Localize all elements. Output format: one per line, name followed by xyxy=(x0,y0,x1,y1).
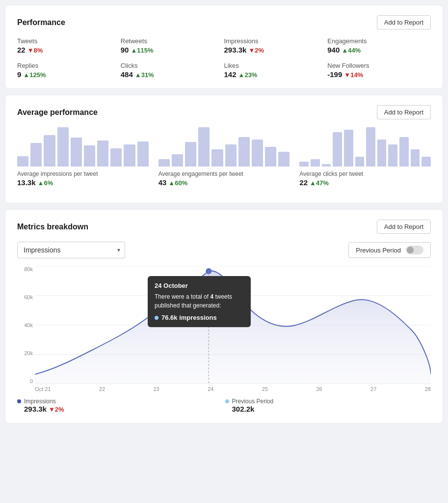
x-axis-label: 22 xyxy=(99,386,105,392)
x-axis-label: 26 xyxy=(316,386,322,392)
metric-change: ▼2% xyxy=(248,47,264,54)
performance-card: Performance Add to Report Tweets 22▼8% R… xyxy=(5,5,443,89)
x-axis-label: Oct 21 xyxy=(35,386,51,392)
performance-add-report-button[interactable]: Add to Report xyxy=(377,15,431,29)
x-axis-label: 28 xyxy=(425,386,431,392)
metrics-breakdown-card: Metrics breakdown Add to Report Impressi… xyxy=(5,209,443,423)
bar xyxy=(124,144,135,167)
bar xyxy=(333,132,342,167)
legend-label: Impressions xyxy=(24,398,56,405)
bar xyxy=(252,140,263,167)
metric-item: Likes 142▲23% xyxy=(224,62,328,79)
bar xyxy=(366,127,375,167)
bar-chart xyxy=(158,127,290,167)
y-axis-label: 20k xyxy=(19,350,33,356)
performance-metrics-grid: Tweets 22▼8% Retweets 90▲115% Impression… xyxy=(17,37,431,79)
metric-change: ▼8% xyxy=(27,47,43,54)
x-axis-label: 27 xyxy=(370,386,376,392)
metric-item: Engagements 940▲44% xyxy=(327,37,431,54)
x-axis-label: 25 xyxy=(262,386,268,392)
metrics-breakdown-header: Metrics breakdown Add to Report xyxy=(17,220,431,234)
metric-change: ▲23% xyxy=(238,71,258,79)
performance-header: Performance Add to Report xyxy=(17,15,431,29)
metric-change: ▲31% xyxy=(135,71,154,79)
bar xyxy=(17,156,28,167)
metric-value: 142▲23% xyxy=(224,70,328,79)
metric-label: Engagements xyxy=(327,37,431,45)
bar xyxy=(388,144,397,167)
bar xyxy=(57,127,69,167)
metric-item: Impressions 293.3k▼2% xyxy=(224,37,328,54)
metric-select[interactable]: ImpressionsEngagementsClicksLikesRetweet… xyxy=(17,242,125,258)
bar xyxy=(71,138,82,167)
chart-stat: 43▲60% xyxy=(158,178,290,187)
y-axis-label: 60k xyxy=(19,294,33,300)
bar xyxy=(377,140,387,167)
metric-value: 484▲31% xyxy=(121,70,224,79)
bar xyxy=(422,157,431,167)
bar xyxy=(411,149,420,167)
legend-change: ▼2% xyxy=(49,406,64,413)
metric-change: ▲115% xyxy=(131,47,153,54)
metric-label: Likes xyxy=(224,62,328,69)
chart-legend: Impressions 293.3k▼2% Previous Period 30… xyxy=(17,398,431,413)
bar xyxy=(299,162,309,167)
chart-label: Average clicks per tweet xyxy=(299,170,431,177)
metric-change: ▲125% xyxy=(23,71,46,79)
bar xyxy=(355,157,365,167)
metric-change: ▼14% xyxy=(344,71,363,79)
previous-period-toggle[interactable] xyxy=(406,246,423,254)
chart-change: ▲6% xyxy=(38,179,53,187)
metric-value: 22▼8% xyxy=(17,46,121,54)
metric-label: Replies xyxy=(17,62,121,69)
metric-label: New Followers xyxy=(327,62,431,69)
chart-value: 22 xyxy=(299,178,308,187)
metric-item: Retweets 90▲115% xyxy=(121,37,224,54)
average-performance-header: Average performance Add to Report xyxy=(17,105,431,119)
bar xyxy=(265,147,276,167)
performance-title: Performance xyxy=(17,18,65,27)
bar xyxy=(344,130,353,167)
line-chart-svg xyxy=(35,266,431,384)
metric-label: Retweets xyxy=(121,37,224,45)
chart-label: Average impressions per tweet xyxy=(17,170,149,177)
chart-label: Average engagements per tweet xyxy=(158,170,290,177)
bar xyxy=(84,145,95,167)
bar-chart-container: Average impressions per tweet 13.3k▲6% xyxy=(17,127,149,187)
y-axis-labels: 80k60k40k20k0 xyxy=(17,266,35,384)
legend-value: 302.2k xyxy=(232,405,431,413)
x-axis-label: 24 xyxy=(208,386,213,392)
metric-label: Tweets xyxy=(17,37,121,45)
breakdown-controls: ImpressionsEngagementsClicksLikesRetweet… xyxy=(17,242,431,258)
bar-chart xyxy=(17,127,149,167)
legend-label: Previous Period xyxy=(232,398,274,405)
bar xyxy=(185,142,196,167)
bar xyxy=(322,164,331,167)
chart-change: ▲60% xyxy=(168,179,187,187)
bar xyxy=(399,137,409,167)
metric-change: ▲44% xyxy=(342,47,361,54)
x-axis-label: 23 xyxy=(153,386,159,392)
metric-value: 940▲44% xyxy=(327,46,431,54)
bar xyxy=(44,135,55,167)
average-performance-add-report-button[interactable]: Add to Report xyxy=(377,105,431,119)
metric-item: Replies 9▲125% xyxy=(17,62,121,79)
previous-period-toggle-wrapper[interactable]: Previous Period xyxy=(348,242,431,258)
legend-dot xyxy=(17,399,21,403)
bar xyxy=(211,149,223,167)
bar-charts-grid: Average impressions per tweet 13.3k▲6% A… xyxy=(17,127,431,187)
toggle-knob xyxy=(407,247,414,253)
bar-chart-container: Average clicks per tweet 22▲47% xyxy=(299,127,431,187)
bar-chart xyxy=(299,127,431,167)
legend-label-row: Impressions xyxy=(17,398,223,405)
bar xyxy=(30,143,42,167)
metrics-breakdown-add-report-button[interactable]: Add to Report xyxy=(377,220,431,234)
y-axis-label: 0 xyxy=(19,378,33,384)
average-performance-title: Average performance xyxy=(17,108,98,117)
bar xyxy=(278,152,290,167)
bar-chart-container: Average engagements per tweet 43▲60% xyxy=(158,127,290,187)
bar xyxy=(97,140,108,167)
bar xyxy=(172,154,183,167)
metric-item: Tweets 22▼8% xyxy=(17,37,121,54)
bar xyxy=(137,141,149,167)
